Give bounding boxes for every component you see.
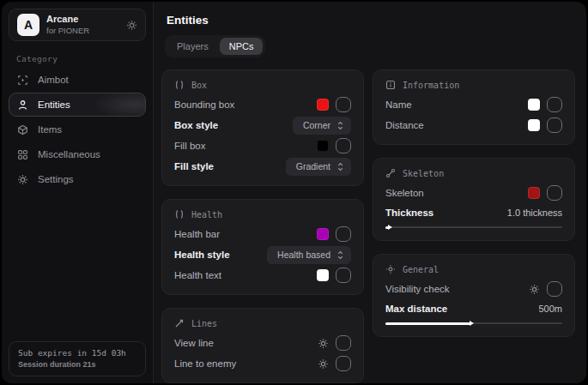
entity-icon [17,99,29,111]
cube-icon [17,123,29,135]
gear-icon[interactable] [318,358,329,370]
app-name: Arcane [46,14,89,26]
lines-card-header: Lines [174,316,351,331]
box-card-header: Box [174,77,351,93]
sidebar-nav: Aimbot Entities Items [9,68,146,191]
setting-row: Health bar [174,224,351,244]
card-title-label: Information [403,81,459,90]
information-card-header: Information [385,77,562,93]
sidebar-item-label: Aimbot [38,75,69,85]
select-value: Gradient [296,161,330,171]
thickness-slider[interactable] [385,223,562,232]
setting-row: Line to enemy [174,353,351,374]
visibility-check-checkbox[interactable] [547,281,562,297]
setting-row: Visibility check [385,279,562,299]
sidebar-item-entities[interactable]: Entities [9,93,146,117]
line-to-enemy-checkbox[interactable] [336,356,351,371]
fill-box-checkbox[interactable] [336,138,351,153]
row-label: View line [174,338,214,348]
slider-handle[interactable] [470,321,474,326]
right-column: Information Name Distance [373,69,575,337]
skeleton-checkbox[interactable] [547,185,562,201]
card-title-label: Lines [191,319,217,328]
distance-color-swatch[interactable] [528,119,540,131]
gear-icon[interactable] [126,20,137,31]
gear-icon[interactable] [318,338,329,349]
select-value: Corner [303,120,330,130]
tab-npcs[interactable]: NPCs [220,38,264,55]
row-label: Health style [174,250,230,260]
max-distance-row: Max distance 500m [385,299,562,318]
bounding-box-color-swatch[interactable] [317,99,329,111]
health-card: Health Health bar Health style Health ba… [161,199,364,295]
box-style-select[interactable]: Corner [293,117,351,135]
health-text-checkbox[interactable] [336,268,351,283]
row-label: Box style [174,120,218,130]
grid-icon [17,148,29,160]
row-label: Thickness [385,208,433,218]
fill-style-select[interactable]: Gradient [286,158,351,176]
app-subtitle: for PIONER [46,26,89,36]
distance-checkbox[interactable] [547,117,562,133]
category-label: Category [16,54,146,63]
sun-icon [385,264,396,274]
page-title: Entities [167,14,575,27]
setting-row: Box style Corner [174,115,351,135]
box-card: Box Bounding box Box style Corner [161,69,364,186]
skeleton-color-swatch[interactable] [528,187,540,199]
name-checkbox[interactable] [547,97,562,112]
sidebar-item-label: Miscellaneous [38,149,100,159]
sidebar: A Arcane for PIONER Category [2,2,154,383]
select-value: Health based [277,250,330,260]
thickness-value: 1.0 thickness [507,208,562,218]
setting-row: Health style Health based [174,244,351,265]
session-duration: Session duration 21s [18,360,136,369]
slider-track [385,226,562,228]
health-text-color-swatch[interactable] [317,269,329,281]
health-bar-checkbox[interactable] [336,226,351,242]
row-label: Visibility check [385,284,450,294]
thickness-row: Thickness 1.0 thickness [385,203,562,222]
setting-row: View line [174,333,351,353]
name-color-swatch[interactable] [528,99,540,111]
cards-grid: Box Bounding box Box style Corner [161,69,575,383]
health-bar-color-swatch[interactable] [317,228,329,240]
setting-row: Health text [174,265,351,286]
unfold-icon [336,121,344,130]
row-label: Health bar [174,229,220,239]
card-title-label: Skeleton [403,169,444,178]
view-line-checkbox[interactable] [336,335,351,351]
sidebar-item-label: Items [38,124,62,135]
main-content: Entities Players NPCs Box [154,2,586,383]
tab-bar: Players NPCs [165,35,265,57]
card-title-label: Box [191,81,207,90]
tab-players[interactable]: Players [167,38,218,55]
slider-handle[interactable] [388,225,392,230]
bounding-box-checkbox[interactable] [336,97,351,112]
health-style-select[interactable]: Health based [267,246,351,264]
gear-icon[interactable] [529,284,540,295]
info-frame-icon [385,80,396,90]
lines-card: Lines View line [161,308,364,383]
setting-row: Skeleton [385,183,562,203]
setting-row: Distance [385,115,562,135]
subscription-card: Sub expires in 15d 03h Session duration … [9,341,146,376]
row-label: Line to enemy [174,358,236,369]
general-card-header: General [385,262,562,277]
fill-box-color-swatch[interactable] [317,140,329,152]
setting-row: Fill box [174,135,351,156]
row-label: Fill style [174,161,214,171]
max-distance-slider[interactable] [385,319,562,328]
sidebar-item-miscellaneous[interactable]: Miscellaneous [9,142,146,166]
slider-fill [385,226,389,229]
left-column: Box Bounding box Box style Corner [161,69,364,383]
sidebar-item-items[interactable]: Items [9,117,146,141]
sidebar-item-aimbot[interactable]: Aimbot [9,68,146,92]
row-label: Fill box [174,141,205,151]
row-label: Distance [385,120,424,130]
sidebar-item-label: Settings [38,174,74,184]
brand-card: A Arcane for PIONER [9,9,146,41]
health-card-header: Health [174,207,351,222]
sidebar-item-settings[interactable]: Settings [9,167,146,191]
bone-icon [385,168,396,178]
